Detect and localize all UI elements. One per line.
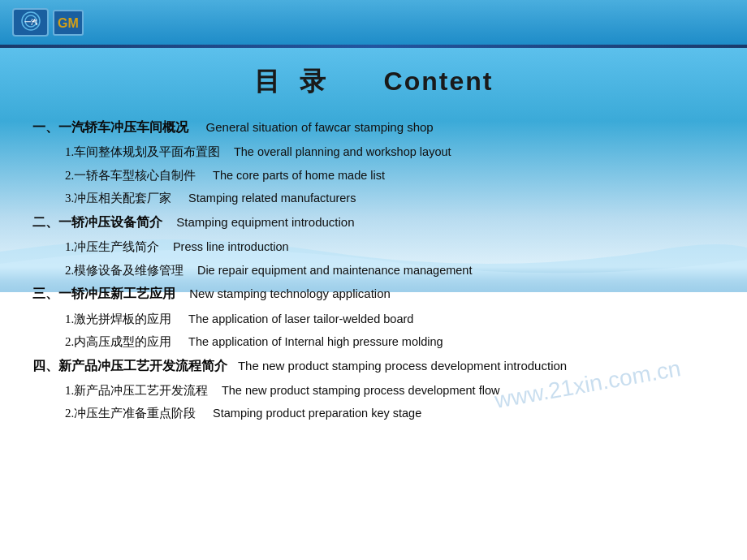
section2-2-zh: 2.模修设备及维修管理 (65, 264, 184, 277)
toc-main-item-4: 四、新产品冲压工艺开发流程简介 The new product stamping… (32, 355, 715, 377)
header-divider (0, 45, 747, 48)
section1-en: General situation of fawcar stamping sho… (206, 120, 434, 134)
slide-title: 目 录 Content (32, 64, 715, 100)
faw-logo-text: 一汽 (15, 10, 46, 35)
toc-sub-item-2-1: 1.冲压生产线简介 Press line introduction (32, 236, 715, 258)
section4-en: The new product stamping process develop… (238, 359, 567, 373)
toc-main-item-1: 一、一汽轿车冲压车间概况 General situation of fawcar… (32, 116, 715, 138)
toc-list: 一、一汽轿车冲压车间概况 General situation of fawcar… (32, 116, 715, 424)
section2-2-en: Die repair equipment and maintenance man… (197, 264, 473, 277)
header-bar: 一汽 GM (0, 0, 747, 45)
toc-sub-item-4-2: 2.冲压生产准备重点阶段 Stamping product preparatio… (32, 403, 715, 424)
toc-sub-item-4-1: 1.新产品冲压工艺开发流程 The new product stamping p… (32, 380, 715, 402)
section4-zh: 四、新产品冲压工艺开发流程简介 (32, 359, 227, 373)
slide-container: 一汽 GM www.21xin.com.cn 目 录 Content (0, 0, 747, 560)
toc-sub-item-1-1: 1.车间整体规划及平面布置图 The overall planning and … (32, 141, 715, 163)
section3-1-zh: 1.激光拼焊板的应用 (65, 312, 171, 325)
toc-sub-item-1-3: 3.冲压相关配套厂家 Stamping related manufacturer… (32, 187, 715, 209)
section2-1-zh: 1.冲压生产线简介 (65, 240, 159, 253)
svg-text:一汽: 一汽 (24, 19, 37, 26)
title-en: Content (384, 67, 494, 96)
section2-en: Stamping equipment introduction (176, 215, 354, 229)
gm-logo: GM (53, 10, 84, 36)
section1-1-zh: 1.车间整体规划及平面布置图 (65, 145, 220, 158)
toc-main-item-2: 二、一轿冲压设备简介 Stamping equipment introducti… (32, 211, 715, 233)
section2-zh: 二、一轿冲压设备简介 (32, 215, 162, 229)
toc-main-item-3: 三、一轿冲压新工艺应用 New stamping technology appl… (32, 282, 715, 304)
logo-area: 一汽 GM (12, 8, 84, 37)
section3-2-zh: 2.内高压成型的应用 (65, 335, 171, 348)
content-area: 目 录 Content 一、一汽轿车冲压车间概况 General situati… (0, 48, 747, 560)
section3-1-en: The application of laser tailor-welded b… (188, 312, 413, 325)
section3-2-en: The application of Internal high pressur… (188, 335, 443, 348)
faw-logo: 一汽 (12, 8, 49, 37)
section1-zh: 一、一汽轿车冲压车间概况 (32, 120, 188, 134)
toc-sub-item-2-2: 2.模修设备及维修管理 Die repair equipment and mai… (32, 260, 715, 282)
section2-1-en: Press line introduction (173, 240, 289, 253)
toc-sub-item-3-2: 2.内高压成型的应用 The application of Internal h… (32, 331, 715, 353)
title-zh: 目 录 (254, 67, 332, 96)
section1-3-en: Stamping related manufacturers (188, 192, 356, 205)
section4-2-en: Stamping product preparation key stage (213, 407, 421, 420)
toc-sub-item-3-1: 1.激光拼焊板的应用 The application of laser tail… (32, 308, 715, 330)
section4-1-zh: 1.新产品冲压工艺开发流程 (65, 384, 208, 397)
section1-2-en: The core parts of home made list (213, 169, 385, 182)
toc-sub-item-1-2: 2.一轿各车型核心自制件 The core parts of home made… (32, 165, 715, 187)
section4-2-zh: 2.冲压生产准备重点阶段 (65, 407, 196, 420)
svg-text:GM: GM (58, 16, 79, 30)
section3-en: New stamping technology application (189, 286, 391, 300)
section1-3-zh: 3.冲压相关配套厂家 (65, 192, 171, 205)
section4-1-en: The new product stamping process develop… (222, 384, 500, 397)
section1-1-en: The overall planning and workshop layout (234, 145, 451, 158)
section1-2-zh: 2.一轿各车型核心自制件 (65, 169, 196, 182)
section3-zh: 三、一轿冲压新工艺应用 (32, 286, 175, 300)
